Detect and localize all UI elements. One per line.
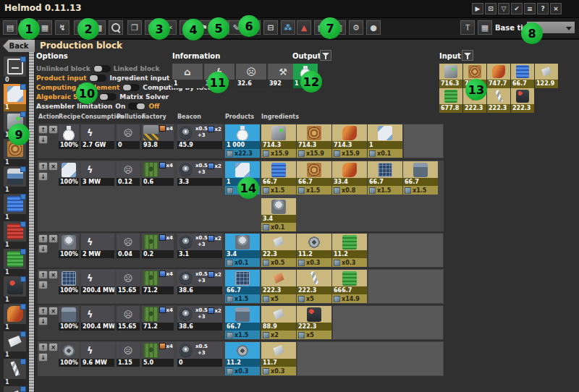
product-cell[interactable]: 66.7x1.5: [225, 270, 260, 303]
move-up-button[interactable]: ↑: [38, 234, 48, 243]
delete-row-button[interactable]: ×: [48, 125, 58, 134]
delete-row-button[interactable]: ×: [48, 307, 58, 315]
beacon-cell[interactable]: x0.5+3x245.9: [177, 124, 222, 149]
close-icon[interactable]: ×: [550, 3, 562, 14]
resources-icon[interactable]: ▦: [38, 20, 52, 35]
sidebar-item[interactable]: 1: [4, 359, 26, 386]
move-up-button[interactable]: ↑: [38, 343, 48, 351]
input-item[interactable]: 222.3: [511, 88, 534, 113]
sidebar-item[interactable]: 1: [4, 249, 26, 276]
funnel-icon[interactable]: ▽: [498, 3, 510, 14]
input-item[interactable]: 716.3: [439, 64, 462, 88]
recipe-cell[interactable]: 100%: [59, 342, 79, 367]
truck-icon[interactable]: ⊟: [263, 20, 278, 35]
display-icon[interactable]: ⊡: [485, 3, 496, 14]
move-up-button[interactable]: ↑: [38, 270, 48, 279]
back-button[interactable]: Back: [3, 40, 35, 52]
recipe-cell[interactable]: 100%: [59, 234, 79, 258]
delete-row-button[interactable]: ×: [48, 270, 58, 279]
ingredient-cell[interactable]: 3.4x0.1: [261, 198, 296, 231]
sidebar-item[interactable]: 1: [4, 194, 26, 221]
copy-icon[interactable]: ❐: [127, 20, 142, 35]
beacon-cell[interactable]: x0.5+3x238.6: [177, 306, 222, 331]
beacon-cell[interactable]: x0.5+30: [177, 342, 222, 367]
input-item[interactable]: 66.7: [511, 64, 534, 88]
factory-cell[interactable]: x493.8: [142, 124, 174, 149]
ingredient-cell[interactable]: 66.7x1.5: [297, 161, 331, 195]
toggle-solver[interactable]: [99, 93, 117, 101]
gear-icon[interactable]: ⚙: [349, 20, 363, 35]
ingredient-cell[interactable]: 1x0.1: [368, 124, 402, 158]
ingredient-cell[interactable]: 11.2x0.3: [297, 234, 331, 267]
move-down-button[interactable]: ↓: [38, 353, 48, 362]
toggle-product-input[interactable]: [89, 74, 106, 82]
beacon-cell[interactable]: x0.5+3x23.1: [177, 234, 222, 258]
ingredient-cell[interactable]: 222.3x5: [297, 270, 331, 303]
move-up-button[interactable]: ↑: [38, 125, 48, 134]
factory-cell[interactable]: x471.2: [142, 270, 174, 294]
delete-row-button[interactable]: ×: [48, 234, 58, 243]
sidebar-item[interactable]: 0: [4, 56, 26, 84]
ingredient-cell[interactable]: 22.3x0.5: [261, 234, 296, 267]
product-cell[interactable]: 66.7x1.5: [225, 306, 260, 339]
ingredient-cell[interactable]: 11.7x0.3: [261, 342, 296, 375]
input-item[interactable]: 677.8: [439, 88, 462, 113]
factory-cell[interactable]: x45.0: [142, 342, 174, 367]
move-down-button[interactable]: ↓: [38, 244, 48, 253]
calculator-button[interactable]: ▦: [478, 20, 492, 35]
rocket-icon[interactable]: ▲: [297, 20, 311, 35]
check-icon[interactable]: ✔: [511, 3, 523, 14]
sidebar-scrollbar[interactable]: [28, 39, 35, 392]
play-icon[interactable]: ▶: [472, 3, 483, 14]
delete-row-button[interactable]: ×: [48, 162, 58, 171]
recipe-cell[interactable]: 100%: [59, 161, 79, 186]
product-cell[interactable]: 11.2x0.3: [225, 342, 260, 375]
recipe-cell[interactable]: 100%: [59, 270, 79, 294]
ingredient-cell[interactable]: 66.7x1.5: [403, 161, 438, 195]
ingredient-cell[interactable]: 222.3x5: [261, 270, 296, 303]
network-icon[interactable]: ⁂: [281, 20, 295, 35]
sidebar-item[interactable]: 1: [4, 84, 26, 111]
toggle-assembler-limitation[interactable]: [128, 103, 145, 110]
factory-cell[interactable]: x40.2: [142, 234, 174, 258]
move-down-button[interactable]: ↓: [38, 317, 48, 325]
ingredient-cell[interactable]: 66.7x1.5: [368, 161, 402, 195]
factory-cell[interactable]: x40.6: [142, 161, 174, 186]
move-down-button[interactable]: ↓: [38, 281, 48, 289]
move-down-button[interactable]: ↓: [38, 172, 48, 181]
help-icon[interactable]: ?: [537, 3, 549, 14]
search-icon[interactable]: [109, 20, 123, 35]
ingredient-cell[interactable]: 714.3x15.9: [261, 124, 296, 158]
delete-row-button[interactable]: ×: [48, 343, 58, 351]
list-icon[interactable]: ≡: [524, 3, 536, 14]
input-item[interactable]: 222.3: [487, 88, 510, 113]
ingredient-cell[interactable]: 88.9x2: [261, 306, 296, 339]
input-item[interactable]: 122.9: [535, 64, 558, 88]
toggle-computing-mode[interactable]: [122, 84, 140, 91]
ingredient-cell[interactable]: 714.3x15.9: [332, 124, 367, 158]
ingredient-cell[interactable]: 222.3x5: [297, 306, 331, 339]
product-cell[interactable]: 3.4x0.1: [225, 234, 260, 267]
ingredient-cell[interactable]: 33.4x0.8: [332, 161, 367, 195]
input-item[interactable]: 747.7: [487, 64, 510, 88]
sidebar-item[interactable]: 1: [4, 166, 26, 194]
ingredient-cell[interactable]: 66.7x1.5: [261, 161, 296, 195]
factory-cell[interactable]: x471.2: [142, 306, 174, 331]
sidebar-item[interactable]: 1: [4, 221, 26, 249]
ingredient-cell[interactable]: 11.2x0.3: [332, 234, 367, 267]
move-up-button[interactable]: ↑: [38, 307, 48, 315]
recipe-cell[interactable]: 100%: [59, 306, 79, 331]
sidebar-item[interactable]: 1: [4, 331, 26, 359]
beacon-cell[interactable]: x0.5+3x238.6: [177, 270, 222, 294]
beacon-cell[interactable]: x0.5+3x23.3: [177, 161, 222, 186]
input-filter-button[interactable]: [462, 50, 473, 61]
sidebar-item[interactable]: 1: [4, 386, 26, 392]
toggle-linked-block[interactable]: [93, 65, 111, 72]
move-up-button[interactable]: ↑: [38, 162, 48, 171]
product-cell[interactable]: 1 000x22.3: [225, 124, 260, 158]
chart-icon[interactable]: ↯: [55, 20, 69, 35]
orb-icon[interactable]: ●: [366, 20, 381, 35]
sidebar-item[interactable]: 1: [4, 276, 26, 304]
recipe-cell[interactable]: 100%: [59, 124, 79, 149]
move-down-button[interactable]: ↓: [38, 135, 48, 144]
